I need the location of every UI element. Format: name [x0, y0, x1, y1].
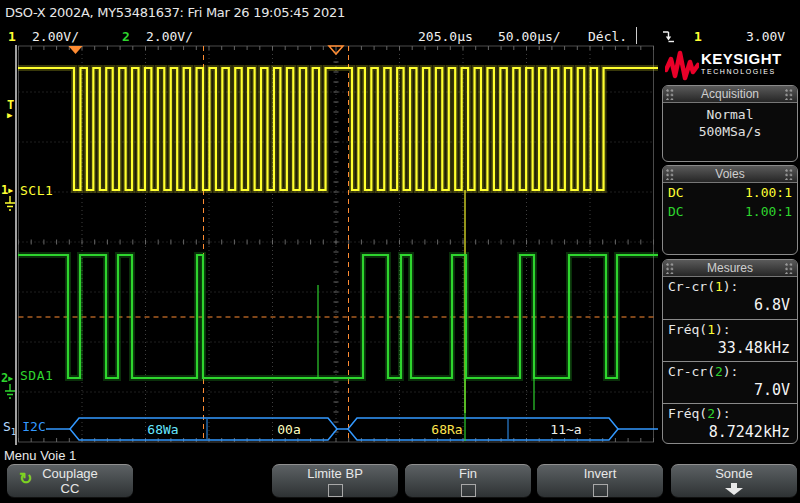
keysight-logo: KEYSIGHT TECHNOLOGIES [663, 46, 798, 85]
sample-rate: 500MSa/s [663, 123, 797, 140]
acquisition-mode: Normal [663, 106, 797, 123]
measure-row: Fréq(2): 8.7242kHz [663, 403, 797, 445]
serial-bus-label: S1I2C [3, 416, 46, 437]
status-bar: 1 2.00V/ 2 2.00V/ 205.0µs 50.00µs/ Décl.… [0, 27, 800, 45]
channels-panel: Voies DC 1.00:1 DC 1.00:1 [662, 165, 798, 255]
drag-grip[interactable] [666, 89, 675, 100]
drag-grip[interactable] [785, 169, 794, 180]
softkey-invert[interactable]: Invert [537, 464, 663, 498]
measure-value: 7.0V [668, 380, 792, 400]
channels-header: Voies [663, 166, 797, 183]
ch2-ground-marker: 2▶ [1, 371, 13, 385]
checkbox [593, 484, 608, 497]
ch2-scale-readout: 2.00V/ [146, 29, 193, 44]
ch1-ground-icon [4, 196, 16, 213]
measure-label: Fréq(2): [668, 405, 792, 422]
drag-grip[interactable] [785, 263, 794, 274]
measurements-panel: Mesures Cr-cr(1): 6.8V Fréq(1): 33.48kHz… [662, 259, 798, 444]
measure-value: 8.7242kHz [668, 422, 792, 442]
down-arrow-icon [722, 483, 746, 496]
drag-grip[interactable] [666, 169, 675, 180]
softkey-sonde[interactable]: Sonde [671, 464, 797, 498]
ch2-wave-label: SDA1 [20, 368, 53, 383]
keysight-spark-icon [665, 50, 699, 82]
ch2-coupling-row: DC 1.00:1 [663, 202, 797, 221]
softkey-limite-bp[interactable]: Limite BP [272, 464, 398, 498]
scope-display: 68Wa00a68Ra11~a 1▶ SCL1 T ▶ 2▶ SDA1 S1I2… [0, 45, 660, 445]
measure-label: Cr-cr(2): [668, 363, 792, 380]
ch1-number: 1 [8, 29, 16, 44]
measure-label: Fréq(1): [668, 321, 792, 338]
checkbox [461, 484, 476, 497]
ch1-coupling-row: DC 1.00:1 [663, 183, 797, 202]
trigger-status: Décl. [588, 29, 627, 44]
acquisition-panel: Acquisition Normal 500MSa/s [662, 85, 798, 162]
trigger-level-arrow-icon: ▶ [7, 110, 12, 120]
menu-title: Menu Voie 1 [4, 448, 76, 463]
delay-readout: 205.0µs [418, 29, 473, 44]
ch1-scale-readout: 2.00V/ [32, 29, 79, 44]
divider [636, 27, 637, 44]
bus-frame-label: 11~a [550, 422, 581, 437]
trigger-time-marker [69, 46, 83, 54]
timebase-readout: 50.00µs/ [498, 29, 561, 44]
measure-row: Cr-cr(1): 6.8V [663, 277, 797, 319]
softkey-couplage[interactable]: ↻ Couplage CC [7, 464, 133, 498]
falling-edge-trigger-icon [662, 29, 675, 44]
bus-frame-label: 68Wa [147, 422, 178, 437]
ch2-ground-icon [4, 384, 16, 401]
window-title: DSO-X 2002A, MY53481637: Fri Mar 26 19:0… [5, 5, 345, 20]
measure-value: 6.8V [668, 295, 792, 315]
measure-row: Cr-cr(2): 7.0V [663, 361, 797, 403]
softkey-fin[interactable]: Fin [405, 464, 531, 498]
measure-row: Fréq(1): 33.48kHz [663, 319, 797, 361]
bus-frame-label: 68Ra [431, 422, 462, 437]
acquisition-header: Acquisition [663, 86, 797, 103]
measure-label: Cr-cr(1): [668, 278, 792, 295]
bus-frame-label: 00a [277, 422, 300, 437]
ch2-number: 2 [122, 29, 130, 44]
trigger-level-readout: 3.00V [746, 29, 785, 44]
trigger-source: 1 [694, 29, 702, 44]
checkbox [328, 484, 343, 497]
measure-value: 33.48kHz [668, 338, 792, 358]
ch2-probe-ratio: 1.00:1 [745, 203, 792, 220]
ch1-wave-label: SCL1 [20, 183, 53, 198]
cycle-icon: ↻ [19, 471, 32, 487]
keysight-logo-text: KEYSIGHT TECHNOLOGIES [701, 51, 782, 76]
ch2-coupling: DC [668, 203, 684, 220]
oscilloscope-screen: DSO-X 2002A, MY53481637: Fri Mar 26 19:0… [0, 0, 800, 503]
drag-grip[interactable] [666, 263, 675, 274]
ch1-probe-ratio: 1.00:1 [745, 184, 792, 201]
drag-grip[interactable] [785, 89, 794, 100]
ch1-coupling: DC [668, 184, 684, 201]
ch1-ground-marker: 1▶ [1, 183, 13, 197]
waveform-canvas: 68Wa00a68Ra11~a [0, 45, 660, 445]
sidebar: KEYSIGHT TECHNOLOGIES Acquisition Normal… [661, 45, 800, 448]
measurements-header: Mesures [663, 260, 797, 277]
